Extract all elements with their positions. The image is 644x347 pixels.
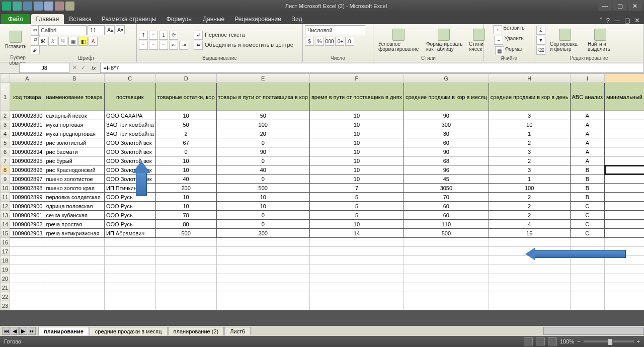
cell[interactable] bbox=[570, 292, 605, 301]
col-header[interactable]: I bbox=[570, 74, 605, 83]
row-header[interactable]: 11 bbox=[1, 193, 10, 202]
cell[interactable]: 41 bbox=[605, 111, 644, 120]
cell[interactable] bbox=[44, 256, 105, 265]
cell[interactable]: ООО Золотой век bbox=[104, 156, 155, 165]
sheet-tab[interactable]: Лист6 bbox=[224, 327, 251, 335]
cell[interactable]: ООО САХАРА bbox=[104, 111, 155, 120]
cell[interactable] bbox=[10, 265, 44, 274]
conditional-format-button[interactable]: Условное форматирование bbox=[375, 28, 422, 53]
cell[interactable] bbox=[216, 292, 309, 301]
cell[interactable] bbox=[10, 247, 44, 256]
row-header[interactable]: 6 bbox=[1, 147, 10, 156]
cell[interactable]: 22 bbox=[605, 156, 644, 165]
ribbon-tab-5[interactable]: Рецензирование bbox=[229, 14, 286, 24]
format-as-table-button[interactable]: Форматировать как таблицу bbox=[423, 28, 464, 53]
cell[interactable]: 1009002895 bbox=[10, 156, 44, 165]
format-button[interactable]: ▦Формат bbox=[495, 46, 523, 55]
row-header[interactable]: 21 bbox=[1, 283, 10, 292]
cancel-icon[interactable]: ✕ bbox=[70, 64, 79, 71]
cell[interactable] bbox=[44, 247, 105, 256]
cell[interactable]: 11 bbox=[605, 193, 644, 202]
cell[interactable]: 60 bbox=[404, 138, 489, 147]
align-bottom-icon[interactable]: ⤓ bbox=[159, 31, 168, 40]
row-header[interactable]: 15 bbox=[1, 229, 10, 238]
redo-icon[interactable] bbox=[34, 2, 43, 11]
cell[interactable]: 1009002896 bbox=[10, 165, 44, 175]
window-close-icon[interactable]: ✕ bbox=[634, 17, 640, 24]
table-header-cell[interactable]: ABC анализ bbox=[570, 83, 605, 111]
cell[interactable]: 10 bbox=[310, 147, 404, 156]
cell[interactable] bbox=[489, 265, 570, 274]
ribbon-tab-0[interactable]: Главная bbox=[31, 14, 64, 24]
cell[interactable] bbox=[216, 274, 309, 283]
row-header[interactable]: 22 bbox=[1, 292, 10, 301]
qat-icon[interactable] bbox=[55, 2, 64, 11]
cell[interactable]: рис золотистый bbox=[44, 138, 105, 147]
cell[interactable]: 500 bbox=[155, 229, 216, 238]
cell[interactable]: 1009002898 bbox=[10, 184, 44, 193]
cell[interactable]: 67 bbox=[155, 138, 216, 147]
cell[interactable]: 20 bbox=[216, 129, 309, 138]
cell[interactable] bbox=[104, 238, 155, 247]
orientation-icon[interactable]: ⟳ bbox=[169, 31, 178, 40]
row-header[interactable]: 16 bbox=[1, 238, 10, 247]
table-header-cell[interactable]: товарные остатки, кор bbox=[155, 83, 216, 111]
horizontal-scrollbar[interactable] bbox=[543, 327, 644, 335]
cell[interactable]: мука портовая bbox=[44, 120, 105, 129]
cell[interactable]: 2 bbox=[489, 202, 570, 211]
cell[interactable]: ООО Русь bbox=[104, 211, 155, 220]
cell[interactable]: 45 bbox=[404, 175, 489, 184]
cell[interactable]: B bbox=[570, 193, 605, 202]
cell[interactable]: 5 bbox=[310, 211, 404, 220]
cell[interactable] bbox=[605, 238, 644, 247]
cell[interactable] bbox=[310, 256, 404, 265]
cell[interactable] bbox=[216, 238, 309, 247]
cell[interactable]: 110 bbox=[404, 220, 489, 229]
zoom-in-icon[interactable]: + bbox=[637, 338, 640, 344]
cell[interactable] bbox=[44, 292, 105, 301]
zoom-out-icon[interactable]: − bbox=[577, 338, 580, 344]
ribbon-tab-3[interactable]: Формулы bbox=[162, 14, 198, 24]
cell[interactable] bbox=[216, 283, 309, 292]
cell[interactable] bbox=[10, 292, 44, 301]
wrap-text-button[interactable]: ↲Перенос текста bbox=[194, 31, 294, 40]
cell[interactable]: 0 bbox=[216, 175, 309, 184]
cell[interactable]: 90 bbox=[404, 147, 489, 156]
cell[interactable] bbox=[104, 274, 155, 283]
cell[interactable]: 40 bbox=[216, 165, 309, 175]
align-right-icon[interactable]: ≡ bbox=[159, 41, 168, 50]
cell[interactable]: 60 bbox=[404, 211, 489, 220]
ribbon-tab-6[interactable]: Вид bbox=[286, 14, 307, 24]
cell[interactable]: рис бурый bbox=[44, 156, 105, 165]
cell[interactable]: 0 bbox=[155, 147, 216, 156]
window-restore-icon[interactable]: ▢ bbox=[624, 17, 630, 24]
cell[interactable] bbox=[155, 238, 216, 247]
cell[interactable]: C bbox=[570, 202, 605, 211]
cell[interactable]: 10 bbox=[310, 138, 404, 147]
cell[interactable]: 200 bbox=[155, 184, 216, 193]
file-tab[interactable]: Файл bbox=[1, 14, 30, 24]
cell[interactable]: 10 bbox=[216, 202, 309, 211]
cell[interactable] bbox=[570, 301, 605, 310]
cell[interactable]: C bbox=[570, 211, 605, 220]
minimize-button[interactable]: — bbox=[598, 2, 612, 11]
cell[interactable]: ЗАО три комбайна bbox=[104, 129, 155, 138]
cell[interactable] bbox=[155, 301, 216, 310]
row-header[interactable]: 10 bbox=[1, 184, 10, 193]
cell[interactable]: 1009002897 bbox=[10, 175, 44, 184]
cell[interactable]: 14 bbox=[310, 229, 404, 238]
cell[interactable] bbox=[404, 292, 489, 301]
cell[interactable]: греча антикризисная bbox=[44, 229, 105, 238]
cell[interactable]: B bbox=[570, 184, 605, 193]
cell[interactable] bbox=[155, 292, 216, 301]
cell[interactable] bbox=[155, 256, 216, 265]
font-name-combo[interactable]: Calibri bbox=[38, 25, 87, 35]
cell[interactable]: 10 bbox=[310, 129, 404, 138]
cell[interactable] bbox=[104, 256, 155, 265]
cell[interactable]: 0 bbox=[216, 220, 309, 229]
cell[interactable] bbox=[404, 301, 489, 310]
col-header[interactable]: E bbox=[216, 74, 309, 83]
italic-button[interactable]: К bbox=[48, 37, 57, 46]
cell[interactable]: 7 bbox=[310, 184, 404, 193]
tab-first-icon[interactable]: ⏮ bbox=[2, 327, 10, 335]
